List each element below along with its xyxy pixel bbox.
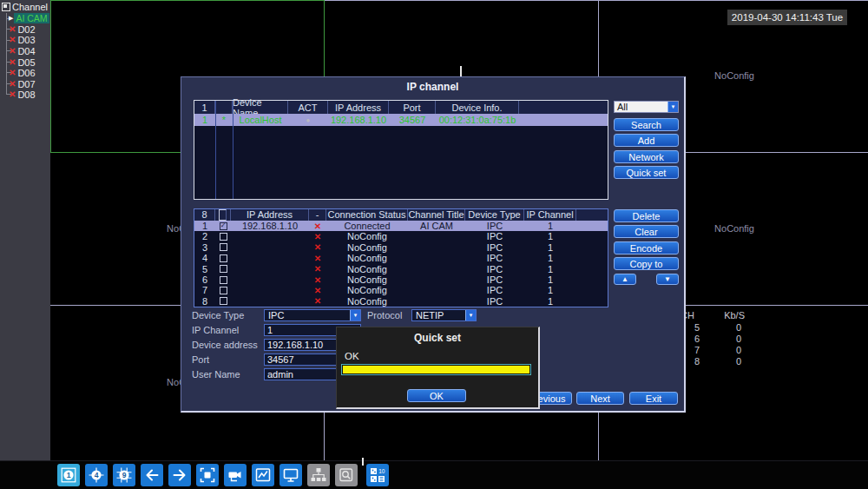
- page-down-button[interactable]: ▼: [656, 274, 679, 285]
- row-checkbox[interactable]: [215, 287, 231, 294]
- encode-button[interactable]: Encode: [614, 241, 679, 254]
- user-name-label: User Name: [192, 368, 240, 380]
- select-all-checkbox[interactable]: [215, 209, 231, 221]
- device-type-select[interactable]: IPC ▼: [264, 309, 361, 321]
- svg-text:9: 9: [122, 471, 127, 479]
- network-button[interactable]: [307, 464, 330, 486]
- channel-row-5[interactable]: 5 ✕ NoConfig IPC 1: [194, 263, 608, 274]
- sidebar-item-label: D02: [17, 24, 35, 35]
- sidebar-item-d03[interactable]: ✕ D03: [9, 35, 36, 45]
- chevron-down-icon[interactable]: ▼: [465, 310, 476, 320]
- chevron-down-icon[interactable]: ▼: [667, 102, 678, 112]
- previous-channel-button[interactable]: [141, 464, 163, 486]
- system-timestamp: 2019-04-30 14:11:43 Tue: [727, 10, 847, 25]
- sidebar-item-label: D05: [17, 57, 35, 68]
- progress-fill: [343, 366, 529, 373]
- sidebar-item-d04[interactable]: ✕ D04: [9, 46, 36, 56]
- copy-to-button[interactable]: Copy to: [614, 257, 679, 270]
- screen: NoConfig NoConfig NoConfig NoConfig CH K…: [0, 0, 868, 489]
- channel-row-4[interactable]: 4 ✕ NoConfig IPC 1: [194, 253, 608, 263]
- channel-row-7[interactable]: 7 ✕ NoConfig IPC 1: [194, 285, 608, 295]
- port-label: Port: [192, 354, 209, 366]
- quick-set-button[interactable]: Quick set: [614, 166, 679, 179]
- page-up-button[interactable]: ▲: [614, 274, 636, 285]
- disconnected-icon: ✕: [9, 47, 16, 56]
- channel-row-1[interactable]: 1 ✓ 192.168.1.10 ✕ Connected AI CAM IPC …: [194, 221, 608, 231]
- clear-button[interactable]: Clear: [614, 225, 679, 238]
- bitrate-val: 0: [700, 322, 741, 333]
- sidebar-item-d08[interactable]: ✕ D08: [9, 89, 36, 100]
- bitrate-val: 0: [700, 356, 741, 367]
- channel-row-8[interactable]: 8 ✕ NoConfig IPC 1: [194, 296, 608, 307]
- toolbar-separator-tick: [362, 458, 364, 466]
- row-checkbox[interactable]: [215, 254, 231, 262]
- channel-table-header: 8 IP Address - Connection Status Channel…: [194, 209, 608, 221]
- row-checkbox[interactable]: [215, 243, 231, 251]
- sidebar-item-d05[interactable]: ✕ D05: [9, 57, 36, 68]
- channel-grid-button[interactable]: 10: [366, 464, 389, 486]
- active-dot-icon: ●: [288, 116, 328, 124]
- row-checkbox[interactable]: ✓: [215, 222, 231, 230]
- chevron-down-icon[interactable]: ▼: [350, 310, 360, 320]
- disconnected-icon: ✕: [9, 58, 16, 67]
- disconnected-icon: ✕: [9, 25, 16, 34]
- quick-set-dialog: Quick set OK OK: [336, 327, 540, 409]
- pane-label: NoConfig: [714, 223, 754, 234]
- progress-bar: [341, 364, 531, 375]
- record-search-button[interactable]: [335, 464, 358, 486]
- row-checkbox[interactable]: [215, 276, 231, 284]
- quad-view-button[interactable]: 4: [85, 464, 108, 486]
- window-icon: [2, 3, 10, 11]
- row-checkbox[interactable]: [215, 265, 231, 273]
- bitrate-col2-header: Kb/S: [703, 310, 745, 320]
- sidebar-item-label: D04: [17, 46, 35, 56]
- quick-set-title: Quick set: [337, 332, 538, 344]
- sidebar-item-selected[interactable]: ▶ AI CAM: [9, 13, 49, 23]
- sidebar-item-label: D07: [17, 79, 35, 89]
- sidebar-item-d02[interactable]: ✕ D02: [9, 24, 36, 35]
- disconnected-icon: ✕: [9, 90, 16, 99]
- screen-switch-button[interactable]: [196, 464, 219, 486]
- exit-button[interactable]: Exit: [629, 392, 678, 405]
- ptz-button[interactable]: [224, 464, 247, 486]
- bitrate-val: 0: [700, 334, 741, 344]
- device-address-label: Device address: [192, 339, 258, 351]
- bitrate-val: 0: [700, 345, 741, 355]
- search-button[interactable]: Search: [614, 118, 679, 131]
- row-checkbox[interactable]: [215, 233, 231, 241]
- sidebar-item-d07[interactable]: ✕ D07: [9, 79, 36, 89]
- selection-arrow-icon: ▶: [9, 15, 13, 22]
- delete-button[interactable]: Delete: [614, 209, 679, 222]
- disconnected-icon: ✕: [9, 80, 16, 89]
- channel-tree-title: Channel: [12, 2, 48, 12]
- channel-row-6[interactable]: 6 ✕ NoConfig IPC 1: [194, 274, 608, 285]
- channel-tree-root[interactable]: Channel: [2, 2, 48, 12]
- search-result-table: 1 Device Name ACT IP Address Port Device…: [194, 100, 608, 200]
- tree-guide-line: [6, 13, 7, 95]
- nine-view-button[interactable]: 9: [113, 464, 135, 486]
- pane-label: NoConfig: [714, 70, 754, 81]
- monitor-output-button[interactable]: [279, 464, 302, 486]
- ip-channel-label: IP Channel: [192, 324, 239, 336]
- next-button[interactable]: Next: [576, 392, 624, 405]
- sidebar-item-label: D08: [17, 89, 35, 100]
- single-view-button[interactable]: 1: [57, 464, 80, 486]
- network-button-dialog[interactable]: Network: [614, 150, 679, 163]
- protocol-select[interactable]: NETIP ▼: [411, 309, 477, 321]
- next-channel-button[interactable]: [168, 464, 191, 486]
- dialog-title: IP channel: [181, 81, 684, 93]
- disconnected-icon: ✕: [9, 36, 16, 44]
- channel-row-2[interactable]: 2 ✕ NoConfig IPC 1: [194, 231, 608, 241]
- protocol-label: Protocol: [367, 309, 402, 321]
- image-color-button[interactable]: [252, 464, 274, 486]
- svg-text:4: 4: [95, 471, 99, 479]
- disconnected-icon: ✕: [9, 69, 16, 77]
- sidebar-item-d06[interactable]: ✕ D06: [9, 68, 36, 78]
- quick-set-ok-button[interactable]: OK: [407, 389, 466, 402]
- channel-sidebar: Channel ▶ AI CAM ✕ D02 ✕ D03 ✕ D04 ✕ D05: [0, 0, 50, 489]
- filter-dropdown[interactable]: All ▼: [614, 101, 679, 113]
- row-checkbox[interactable]: [215, 297, 231, 305]
- add-button[interactable]: Add: [614, 134, 679, 147]
- device-row[interactable]: 1 * LocalHost ● 192.168.1.10 34567 00:12…: [194, 114, 608, 126]
- channel-row-3[interactable]: 3 ✕ NoConfig IPC 1: [194, 242, 608, 253]
